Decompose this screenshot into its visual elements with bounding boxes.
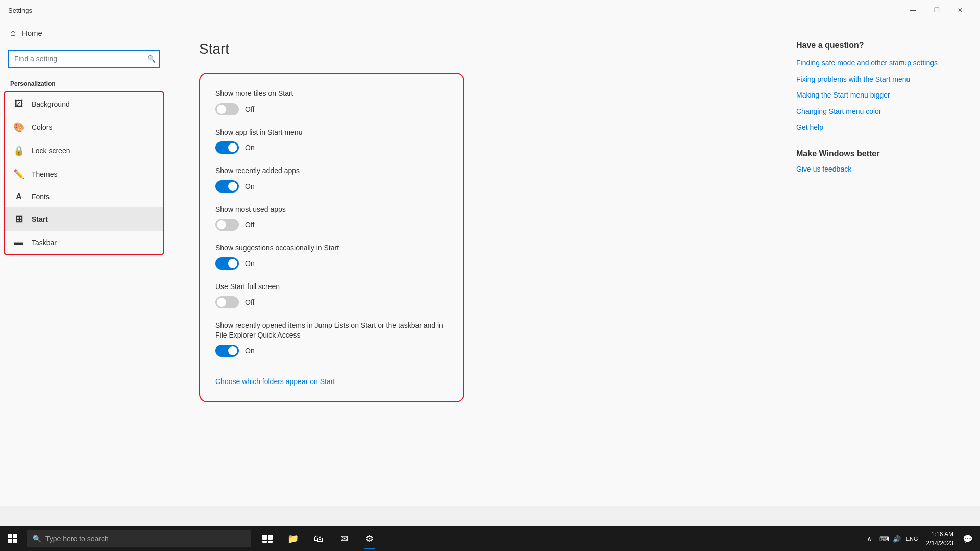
toggle-most-used[interactable] bbox=[215, 219, 239, 231]
toggle-state-on: On bbox=[245, 143, 255, 152]
taskbar-icon-sidebar: ▬ bbox=[13, 237, 24, 248]
svg-rect-0 bbox=[8, 534, 12, 538]
notification-button[interactable]: 💬 bbox=[960, 531, 976, 547]
settings-card: Show more tiles on Start Off Show app li… bbox=[199, 73, 464, 402]
toggle-state-on: On bbox=[245, 347, 255, 355]
taskbar: 🔍 Type here to search 📁 🛍 ✉ ⚙ ∧ ⌨ 🔊 EN bbox=[0, 526, 980, 551]
feedback-title: Make Windows better bbox=[796, 149, 960, 158]
toggle-row: On bbox=[215, 345, 448, 357]
svg-rect-6 bbox=[262, 541, 267, 543]
setting-row-suggestions: Show suggestions occasionally in Start O… bbox=[215, 243, 448, 270]
help-link-fixing-problems[interactable]: Fixing problems with the Start menu bbox=[796, 75, 960, 85]
windows-icon bbox=[8, 534, 17, 543]
sidebar-item-label: Taskbar bbox=[32, 238, 57, 247]
sidebar-item-label: Fonts bbox=[32, 193, 50, 201]
taskbar-clock[interactable]: 1:16 AM 2/14/2023 bbox=[922, 530, 958, 548]
toggle-full-screen[interactable] bbox=[215, 296, 239, 308]
sidebar-item-start[interactable]: ⊞ Start bbox=[5, 207, 163, 231]
toggle-suggestions[interactable] bbox=[215, 257, 239, 270]
svg-rect-5 bbox=[268, 535, 273, 540]
sidebar-item-label: Lock screen bbox=[32, 147, 70, 155]
colors-icon: 🎨 bbox=[13, 122, 24, 133]
maximize-button[interactable]: ❐ bbox=[925, 2, 948, 18]
sidebar-item-background[interactable]: 🖼 Background bbox=[5, 92, 163, 115]
toggle-row: Off bbox=[215, 219, 448, 231]
setting-label: Show recently opened items in Jump Lists… bbox=[215, 321, 448, 341]
toggle-recently-added[interactable] bbox=[215, 180, 239, 193]
home-label: Home bbox=[22, 29, 42, 37]
taskbar-store[interactable]: 🛍 bbox=[306, 526, 331, 551]
setting-row-recently-added: Show recently added apps On bbox=[215, 166, 448, 193]
help-link-get-help[interactable]: Get help bbox=[796, 123, 960, 133]
sidebar-item-fonts[interactable]: A Fonts bbox=[5, 186, 163, 207]
help-link-safe-mode[interactable]: Finding safe mode and other startup sett… bbox=[796, 58, 960, 68]
taskbar-settings[interactable]: ⚙ bbox=[357, 526, 382, 551]
taskbar-right-area: ∧ ⌨ 🔊 ENG 1:16 AM 2/14/2023 💬 bbox=[861, 530, 980, 548]
folder-icon: 📁 bbox=[287, 533, 299, 544]
help-link-bigger[interactable]: Making the Start menu bigger bbox=[796, 90, 960, 101]
feedback-link[interactable]: Give us feedback bbox=[796, 164, 960, 175]
svg-rect-1 bbox=[13, 534, 17, 538]
svg-rect-2 bbox=[8, 539, 12, 543]
background-icon: 🖼 bbox=[13, 99, 24, 109]
themes-icon: ✏️ bbox=[13, 169, 24, 180]
content-area: ⌂ Home 🔍 Personalization 🖼 Background 🎨 … bbox=[0, 20, 980, 506]
toggle-state-on: On bbox=[245, 259, 255, 268]
taskbar-volume-icon[interactable]: 🔊 bbox=[892, 534, 902, 544]
close-button[interactable]: ✕ bbox=[948, 2, 972, 18]
lock-screen-icon: 🔒 bbox=[13, 145, 24, 156]
start-icon: ⊞ bbox=[13, 213, 24, 225]
fonts-icon: A bbox=[13, 192, 24, 201]
taskbar-mail[interactable]: ✉ bbox=[332, 526, 356, 551]
setting-label: Show app list in Start menu bbox=[215, 128, 448, 138]
search-input[interactable] bbox=[8, 50, 160, 68]
sidebar-item-taskbar[interactable]: ▬ Taskbar bbox=[5, 231, 163, 254]
toggle-row: On bbox=[215, 180, 448, 193]
taskbar-search[interactable]: 🔍 Type here to search bbox=[27, 530, 251, 547]
titlebar-controls: — ❐ ✕ bbox=[901, 2, 972, 18]
folders-link[interactable]: Choose which folders appear on Start bbox=[215, 377, 335, 386]
sidebar-item-colors[interactable]: 🎨 Colors bbox=[5, 115, 163, 139]
setting-row-show-app-list: Show app list in Start menu On bbox=[215, 128, 448, 154]
toggle-show-app-list[interactable] bbox=[215, 141, 239, 154]
sidebar-item-label: Colors bbox=[32, 123, 52, 131]
setting-row-most-used: Show most used apps Off bbox=[215, 205, 448, 231]
setting-label: Show suggestions occasionally in Start bbox=[215, 243, 448, 253]
search-box: 🔍 bbox=[8, 50, 160, 68]
setting-label: Show more tiles on Start bbox=[215, 89, 448, 99]
taskbar-search-text: Type here to search bbox=[45, 535, 109, 543]
help-title: Have a question? bbox=[796, 41, 960, 50]
setting-row-full-screen: Use Start full screen Off bbox=[215, 282, 448, 308]
taskbar-file-explorer[interactable]: 📁 bbox=[281, 526, 305, 551]
help-link-color[interactable]: Changing Start menu color bbox=[796, 107, 960, 117]
sidebar-item-label: Themes bbox=[32, 170, 58, 178]
sidebar-item-themes[interactable]: ✏️ Themes bbox=[5, 162, 163, 186]
taskbar-language[interactable]: ENG bbox=[904, 534, 920, 544]
setting-label: Show recently added apps bbox=[215, 166, 448, 176]
toggle-recently-opened[interactable] bbox=[215, 345, 239, 357]
sidebar-nav: 🖼 Background 🎨 Colors 🔒 Lock screen ✏️ T… bbox=[4, 91, 164, 255]
minimize-button[interactable]: — bbox=[901, 2, 925, 18]
sidebar-item-label: Background bbox=[32, 100, 70, 108]
page-title: Start bbox=[199, 41, 755, 57]
section-title: Personalization bbox=[0, 76, 168, 89]
toggle-show-more-tiles[interactable] bbox=[215, 103, 239, 115]
taskbar-keyboard-icon[interactable]: ⌨ bbox=[879, 534, 890, 544]
taskbar-app-icons: 📁 🛍 ✉ ⚙ bbox=[255, 526, 382, 551]
svg-rect-7 bbox=[268, 541, 273, 543]
store-icon: 🛍 bbox=[314, 534, 323, 544]
sidebar-item-lock-screen[interactable]: 🔒 Lock screen bbox=[5, 139, 163, 162]
toggle-row: On bbox=[215, 141, 448, 154]
toggle-row: On bbox=[215, 257, 448, 270]
sidebar-item-home[interactable]: ⌂ Home bbox=[0, 20, 168, 45]
taskbar-search-icon: 🔍 bbox=[33, 535, 41, 543]
sidebar-item-label: Start bbox=[32, 215, 48, 223]
task-view-icon bbox=[262, 535, 273, 543]
taskbar-chevron[interactable]: ∧ bbox=[861, 531, 877, 547]
search-icon: 🔍 bbox=[147, 55, 156, 63]
svg-rect-3 bbox=[13, 539, 17, 543]
taskbar-task-view[interactable] bbox=[255, 526, 280, 551]
titlebar: Settings — ❐ ✕ bbox=[0, 0, 980, 20]
toggle-row: Off bbox=[215, 103, 448, 115]
start-button[interactable] bbox=[0, 526, 24, 551]
